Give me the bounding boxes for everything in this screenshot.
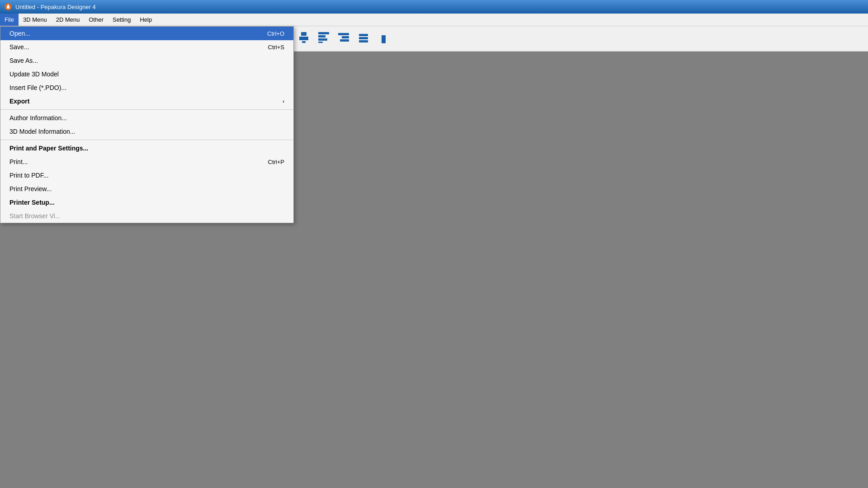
- menu-print-paper[interactable]: Print and Paper Settings...: [0, 141, 293, 155]
- menu-print[interactable]: Print... Ctrl+P: [0, 155, 293, 169]
- menu-item-file[interactable]: File: [0, 14, 19, 26]
- export-submenu-arrow: ›: [283, 99, 284, 104]
- svg-rect-31: [359, 40, 368, 42]
- menu-print-label: Print...: [9, 158, 28, 165]
- menu-print-shortcut: Ctrl+P: [268, 159, 284, 165]
- svg-rect-2: [7, 6, 9, 9]
- window-title: Untitled - Pepakura Designer 4: [15, 4, 96, 10]
- svg-rect-24: [318, 38, 327, 41]
- menu-3d-model-info[interactable]: 3D Model Information...: [0, 125, 293, 138]
- svg-rect-28: [340, 39, 349, 42]
- arrange-v-icon: [297, 31, 310, 46]
- menu-author-info-label: Author Information...: [9, 114, 67, 122]
- menu-print-pdf-label: Print to PDF...: [9, 172, 48, 179]
- svg-rect-19: [301, 32, 307, 36]
- align-right-icon: [337, 31, 350, 46]
- menu-start-browser[interactable]: Start Browser Vi...: [0, 209, 293, 223]
- menu-insert-file-label: Insert File (*.PDO)...: [9, 84, 66, 91]
- svg-rect-29: [359, 34, 368, 36]
- file-menu: Open... Ctrl+O Save... Ctrl+S Save As...…: [0, 26, 294, 223]
- menu-printer-setup-label: Printer Setup...: [9, 199, 55, 206]
- svg-rect-21: [302, 41, 306, 43]
- stack-button[interactable]: [354, 29, 373, 48]
- separator-1: [0, 109, 293, 110]
- svg-rect-26: [338, 33, 349, 35]
- menu-item-setting[interactable]: Setting: [108, 14, 135, 26]
- menu-export[interactable]: Export ›: [0, 94, 293, 108]
- menu-insert-file[interactable]: Insert File (*.PDO)...: [0, 81, 293, 94]
- menu-item-help[interactable]: Help: [135, 14, 156, 26]
- arrange-v-button[interactable]: [294, 29, 313, 48]
- align-left-button[interactable]: [314, 29, 333, 48]
- align-left-icon: [317, 31, 330, 46]
- menu-item-2dmenu[interactable]: 2D Menu: [52, 14, 85, 26]
- separator-2: [0, 140, 293, 140]
- menu-print-preview-label: Print Preview...: [9, 185, 52, 192]
- menu-save-as[interactable]: Save As...: [0, 54, 293, 67]
- bar-icon: ▮: [381, 33, 386, 45]
- file-dropdown: Open... Ctrl+O Save... Ctrl+S Save As...…: [0, 26, 294, 223]
- stack-icon: [357, 31, 370, 46]
- menu-save-label: Save...: [9, 43, 29, 51]
- menu-update-3d-label: Update 3D Model: [9, 70, 59, 78]
- menu-bar: File 3D Menu 2D Menu Other Setting Help: [0, 14, 868, 26]
- menu-save[interactable]: Save... Ctrl+S: [0, 40, 293, 54]
- menu-open[interactable]: Open... Ctrl+O: [0, 27, 293, 40]
- menu-save-shortcut: Ctrl+S: [268, 44, 284, 51]
- svg-rect-20: [299, 37, 308, 40]
- menu-open-shortcut: Ctrl+O: [267, 30, 284, 37]
- menu-item-3dmenu[interactable]: 3D Menu: [19, 14, 52, 26]
- menu-3d-model-info-label: 3D Model Information...: [9, 128, 75, 135]
- menu-open-label: Open...: [9, 30, 30, 37]
- svg-rect-23: [318, 35, 326, 38]
- svg-rect-22: [318, 32, 329, 34]
- menu-save-as-label: Save As...: [9, 57, 38, 64]
- menu-export-label: Export: [9, 98, 29, 105]
- menu-print-paper-label: Print and Paper Settings...: [9, 145, 88, 152]
- align-right-button[interactable]: [334, 29, 353, 48]
- title-bar: Untitled - Pepakura Designer 4: [0, 0, 868, 14]
- bar-button[interactable]: ▮: [374, 29, 393, 48]
- menu-printer-setup[interactable]: Printer Setup...: [0, 196, 293, 209]
- menu-update-3d[interactable]: Update 3D Model: [0, 67, 293, 81]
- svg-rect-27: [342, 36, 349, 38]
- menu-print-pdf[interactable]: Print to PDF...: [0, 169, 293, 182]
- app-icon: [4, 2, 13, 11]
- menu-author-info[interactable]: Author Information...: [0, 111, 293, 125]
- svg-rect-30: [359, 37, 368, 39]
- menu-start-browser-label: Start Browser Vi...: [9, 212, 61, 220]
- menu-item-other[interactable]: Other: [84, 14, 108, 26]
- menu-print-preview[interactable]: Print Preview...: [0, 182, 293, 196]
- svg-rect-25: [318, 42, 323, 43]
